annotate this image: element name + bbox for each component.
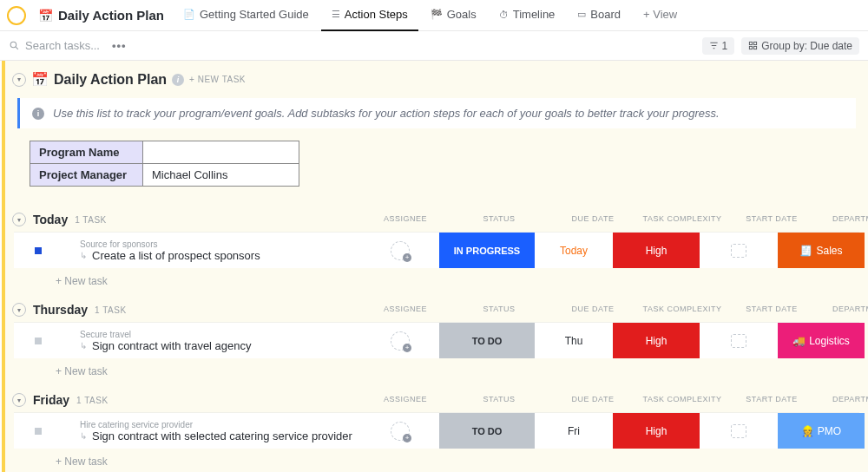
status-badge: TO DO — [439, 413, 535, 449]
dept-emoji-icon: 👷 — [801, 425, 814, 437]
dept-emoji-icon: 🧾 — [799, 245, 812, 257]
department-badge: 👷PMO — [778, 413, 865, 449]
department-cell[interactable]: 🚚Logistics — [778, 323, 865, 358]
date-picker-icon[interactable] — [731, 244, 746, 258]
page-body: ▾ 📅 Daily Action Plan i + NEW TASK i Use… — [2, 61, 868, 472]
section-title-text: Daily Action Plan — [54, 72, 167, 88]
svg-rect-2 — [750, 42, 753, 44]
collapse-toggle[interactable]: ▾ — [12, 303, 26, 317]
assignee-cell[interactable] — [361, 233, 439, 268]
task-group: ▾ Today 1 TASK ASSIGNEE STATUS DUE DATE … — [5, 213, 868, 287]
subtask-icon: ↳ — [80, 251, 87, 260]
search-placeholder: Search tasks... — [25, 39, 100, 52]
meta-val-program[interactable] — [143, 141, 299, 164]
assignee-cell[interactable] — [361, 413, 439, 449]
col-assignee: ASSIGNEE — [366, 214, 444, 226]
group-name[interactable]: Thursday — [33, 303, 88, 317]
tab-board[interactable]: ▭ Board — [567, 0, 631, 31]
add-view-button[interactable]: + View — [633, 0, 687, 31]
tab-timeline[interactable]: ⏱ Timeline — [489, 0, 566, 31]
date-picker-icon[interactable] — [731, 424, 746, 438]
groupby-chip[interactable]: Group by: Due date — [741, 37, 859, 55]
new-task-button[interactable]: + New task — [14, 268, 859, 287]
new-task-button[interactable]: + New task — [14, 358, 859, 377]
col-status: STATUS — [451, 214, 547, 226]
task-count: 1 TASK — [95, 305, 127, 315]
collapse-toggle[interactable]: ▾ — [12, 213, 26, 226]
parent-task-label[interactable]: Hire catering service provider — [54, 420, 193, 429]
department-badge: 🚚Logistics — [778, 323, 865, 358]
tab-goals[interactable]: 🏁 Goals — [420, 0, 487, 31]
task-count: 1 TASK — [76, 396, 108, 405]
page-title: Daily Action Plan — [58, 8, 164, 23]
status-cell[interactable]: IN PROGRESS — [439, 233, 535, 268]
status-cell[interactable]: TO DO — [439, 323, 535, 358]
subtask-icon: ↳ — [80, 431, 87, 441]
search-input[interactable]: Search tasks... — [9, 39, 100, 52]
task-row[interactable]: Source for sponsors ↳ Create a list of p… — [14, 232, 859, 268]
start-date-cell[interactable] — [700, 233, 778, 268]
task-row[interactable]: Secure travel ↳ Sign contract with trave… — [14, 322, 859, 358]
date-picker-icon[interactable] — [731, 334, 746, 348]
brand-logo[interactable] — [7, 6, 26, 25]
svg-rect-3 — [754, 42, 757, 44]
col-dept: DEPARTMENT — [818, 395, 868, 407]
start-date-cell[interactable] — [700, 413, 778, 449]
groupby-label: Group by: Due date — [761, 40, 852, 52]
col-assignee: ASSIGNEE — [366, 395, 444, 407]
assignee-cell[interactable] — [361, 323, 439, 358]
info-icon[interactable]: i — [172, 74, 184, 86]
collapse-toggle[interactable]: ▾ — [12, 393, 26, 407]
svg-rect-4 — [750, 46, 753, 49]
more-options-button[interactable]: ••• — [112, 39, 127, 52]
filter-chip[interactable]: 1 — [702, 37, 735, 55]
parent-task-label[interactable]: Source for sponsors — [54, 239, 158, 249]
parent-task-label[interactable]: Secure travel — [54, 330, 131, 339]
tab-label: Timeline — [513, 8, 556, 21]
department-cell[interactable]: 🧾Sales — [778, 233, 865, 268]
col-start: START DATE — [733, 305, 811, 317]
dept-emoji-icon: 🚚 — [792, 335, 806, 347]
task-name-cell[interactable]: Secure travel ↳ Sign contract with trave… — [14, 323, 361, 358]
task-name-cell[interactable]: Hire catering service provider ↳ Sign co… — [14, 413, 361, 449]
col-status: STATUS — [451, 395, 547, 407]
status-dot-icon[interactable] — [35, 338, 42, 344]
status-dot-icon[interactable] — [35, 247, 42, 254]
tab-label: Board — [590, 8, 621, 21]
page-title-tab[interactable]: 📅 Daily Action Plan — [31, 8, 171, 23]
tab-getting-started[interactable]: 📄 Getting Started Guide — [173, 0, 319, 31]
group-name[interactable]: Friday — [33, 393, 69, 407]
complexity-cell[interactable]: High — [613, 233, 700, 268]
col-status: STATUS — [451, 305, 547, 317]
status-cell[interactable]: TO DO — [439, 413, 535, 449]
start-date-cell[interactable] — [700, 323, 778, 358]
complexity-cell[interactable]: High — [613, 413, 700, 449]
due-date-cell[interactable]: Thu — [535, 323, 613, 358]
group-header: ▾ Today 1 TASK ASSIGNEE STATUS DUE DATE … — [5, 213, 868, 232]
collapse-toggle[interactable]: ▾ — [12, 73, 26, 87]
due-date-cell[interactable]: Fri — [535, 413, 613, 449]
group-name[interactable]: Today — [33, 213, 68, 226]
task-row[interactable]: Hire catering service provider ↳ Sign co… — [14, 412, 859, 449]
add-assignee-icon[interactable] — [391, 241, 410, 260]
task-name-cell[interactable]: Source for sponsors ↳ Create a list of p… — [14, 233, 361, 268]
complexity-badge: High — [613, 413, 700, 449]
section-title[interactable]: 📅 Daily Action Plan — [31, 71, 167, 88]
add-assignee-icon[interactable] — [391, 422, 410, 441]
new-task-button[interactable]: + New task — [14, 449, 859, 468]
add-assignee-icon[interactable] — [391, 331, 410, 351]
status-badge: TO DO — [439, 323, 535, 358]
task-group: ▾ Friday 1 TASK ASSIGNEE STATUS DUE DATE… — [5, 393, 868, 468]
status-dot-icon[interactable] — [35, 428, 42, 435]
complexity-cell[interactable]: High — [613, 323, 700, 358]
col-start: START DATE — [733, 395, 811, 407]
add-view-label: + View — [643, 8, 677, 21]
due-date-cell[interactable]: Today — [535, 233, 613, 268]
new-task-button[interactable]: + NEW TASK — [189, 75, 246, 84]
complexity-badge: High — [613, 233, 700, 268]
col-dept: DEPARTMENT — [818, 214, 868, 226]
department-cell[interactable]: 👷PMO — [778, 413, 865, 449]
meta-val-pm[interactable]: Michael Collins — [143, 164, 299, 187]
tab-action-steps[interactable]: ☰ Action Steps — [321, 0, 418, 31]
search-icon — [9, 40, 20, 51]
